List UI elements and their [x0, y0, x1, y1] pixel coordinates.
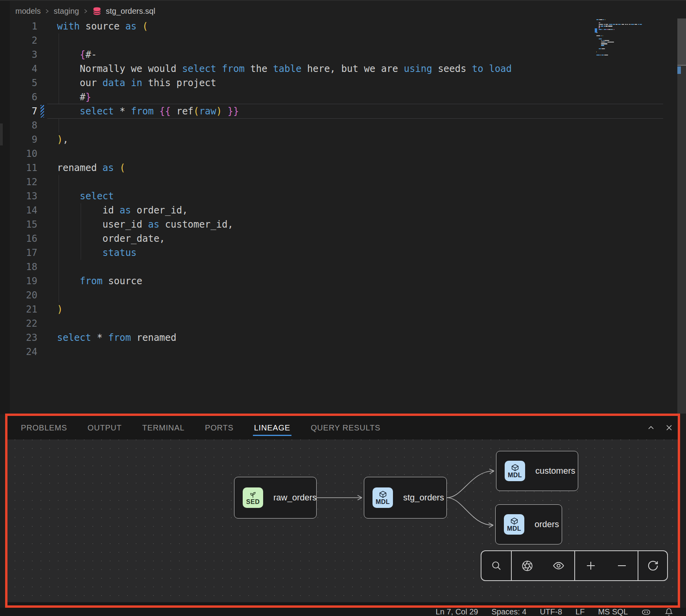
code-line-5[interactable]: 5 our data in this project — [0, 76, 673, 90]
panel-tab-output[interactable]: OUTPUT — [88, 423, 122, 432]
aperture-button[interactable] — [521, 560, 533, 572]
minimap-line — [614, 29, 615, 30]
lineage-node-stg_orders[interactable]: MDL stg_orders — [364, 477, 447, 519]
code-line-15[interactable]: 15 user_id as customer_id, — [0, 217, 673, 232]
breadcrumb-item-staging[interactable]: staging — [53, 7, 79, 16]
copilot-icon[interactable] — [641, 607, 651, 616]
code-line-7[interactable]: 7 select * from {{ ref(raw) }} — [0, 104, 673, 118]
line-number[interactable]: 14 — [0, 203, 37, 217]
line-number[interactable]: 13 — [0, 189, 37, 203]
scrollbar-change-marker — [677, 66, 681, 74]
code-line-21[interactable]: 21) — [0, 302, 673, 316]
refresh-button[interactable] — [647, 560, 659, 572]
line-number[interactable]: 11 — [0, 161, 37, 175]
code-line-16[interactable]: 16 order_date, — [0, 232, 673, 246]
minimap-line — [599, 24, 603, 25]
lineage-node-orders[interactable]: MDL orders — [495, 504, 562, 544]
code-line-24[interactable]: 24 — [0, 345, 673, 359]
model-badge: MDL — [505, 461, 525, 481]
line-number[interactable]: 8 — [0, 118, 37, 132]
line-number[interactable]: 16 — [0, 232, 37, 246]
line-number[interactable]: 19 — [0, 274, 37, 288]
zoom-in-button[interactable] — [585, 560, 597, 572]
minimap-line — [607, 29, 608, 30]
status-language-mode[interactable]: MS SQL — [598, 607, 628, 616]
node-label: stg_orders — [403, 493, 444, 503]
minimap-line — [621, 24, 624, 25]
minus-icon — [616, 560, 628, 572]
bell-icon[interactable] — [664, 607, 673, 616]
breadcrumb-file[interactable]: stg_orders.sql — [106, 7, 155, 16]
seed-badge: SED — [243, 487, 263, 508]
line-number[interactable]: 5 — [0, 76, 37, 90]
code-line-10[interactable]: 10 — [0, 147, 673, 161]
breadcrumb-item-models[interactable]: models — [15, 7, 41, 16]
line-number[interactable]: 23 — [0, 331, 37, 345]
line-number[interactable]: 9 — [0, 132, 37, 147]
zoom-out-button[interactable] — [616, 560, 628, 572]
code-line-1[interactable]: 1with source as ( — [0, 19, 673, 33]
line-number[interactable]: 18 — [0, 260, 37, 274]
minimap[interactable] — [595, 17, 673, 68]
breadcrumb[interactable]: models staging stg_orders.sql — [15, 4, 155, 18]
line-number[interactable]: 3 — [0, 48, 37, 62]
line-number[interactable]: 15 — [0, 217, 37, 232]
line-number[interactable]: 21 — [0, 302, 37, 316]
code-line-3[interactable]: 3 {#- — [0, 48, 673, 62]
lineage-node-raw_orders[interactable]: SED raw_orders — [234, 477, 317, 519]
code-line-4[interactable]: 4 Normally we would select from the tabl… — [0, 62, 673, 76]
visibility-button[interactable] — [552, 559, 565, 572]
chevron-right-icon — [83, 9, 88, 14]
status-indentation-setting[interactable]: Spaces: 4 — [491, 607, 526, 616]
code-line-6[interactable]: 6 #} — [0, 90, 673, 104]
panel-tab-query-results[interactable]: QUERY RESULTS — [311, 423, 380, 432]
code-line-13[interactable]: 13 select — [0, 189, 673, 203]
status-eol-setting[interactable]: LF — [575, 607, 585, 616]
maximize-panel-button[interactable] — [647, 423, 655, 432]
line-number[interactable]: 6 — [0, 90, 37, 104]
panel-tab-terminal[interactable]: TERMINAL — [142, 423, 185, 432]
line-number[interactable]: 1 — [0, 19, 37, 33]
line-number[interactable]: 2 — [0, 33, 37, 48]
code-line-22[interactable]: 22 — [0, 316, 673, 331]
minimap-line — [604, 26, 605, 26]
panel-tab-lineage[interactable]: LINEAGE — [254, 423, 290, 432]
panel-tab-ports[interactable]: PORTS — [205, 423, 234, 432]
line-number[interactable]: 17 — [0, 246, 37, 260]
code-line-2[interactable]: 2 — [0, 33, 673, 48]
lineage-node-customers[interactable]: MDL customers — [496, 451, 578, 491]
code-line-11[interactable]: 11renamed as ( — [0, 161, 673, 175]
code-line-9[interactable]: 9), — [0, 132, 673, 147]
line-number[interactable]: 12 — [0, 175, 37, 189]
editor-area[interactable]: models staging stg_orders.sql 1with sour… — [0, 0, 686, 414]
status-encoding-setting[interactable]: UTF-8 — [540, 607, 562, 616]
close-panel-button[interactable] — [665, 423, 673, 432]
cube-icon — [510, 517, 518, 525]
panel-tab-problems[interactable]: PROBLEMS — [21, 423, 67, 432]
code-line-18[interactable]: 18 — [0, 260, 673, 274]
minimap-line — [596, 19, 599, 20]
code-text: select * from renamed — [57, 331, 176, 345]
line-number[interactable]: 20 — [0, 288, 37, 302]
code-lines[interactable]: 1with source as (23 {#-4 Normally we wou… — [0, 19, 673, 359]
code-line-17[interactable]: 17 status — [0, 246, 673, 260]
code-line-23[interactable]: 23select * from renamed — [0, 331, 673, 345]
line-number[interactable]: 10 — [0, 147, 37, 161]
code-line-20[interactable]: 20 — [0, 288, 673, 302]
minimap-line — [596, 55, 600, 55]
minimap-line — [638, 24, 639, 25]
lineage-canvas[interactable]: SED raw_orders MDL stg_orders MDL custom… — [7, 439, 678, 602]
code-line-12[interactable]: 12 — [0, 175, 673, 189]
line-number[interactable]: 24 — [0, 345, 37, 359]
status-cursor-position[interactable]: Ln 7, Col 29 — [436, 607, 478, 616]
code-line-8[interactable]: 8 — [0, 118, 673, 132]
code-line-14[interactable]: 14 id as order_id, — [0, 203, 673, 217]
scrollbar-thumb[interactable] — [677, 18, 686, 65]
line-number[interactable]: 4 — [0, 62, 37, 76]
code-line-19[interactable]: 19 from source — [0, 274, 673, 288]
search-button[interactable] — [491, 560, 502, 572]
scrollbar[interactable] — [677, 18, 686, 414]
line-number[interactable]: 22 — [0, 316, 37, 331]
line-number[interactable]: 7 — [0, 104, 37, 118]
indent-guide — [59, 33, 59, 48]
